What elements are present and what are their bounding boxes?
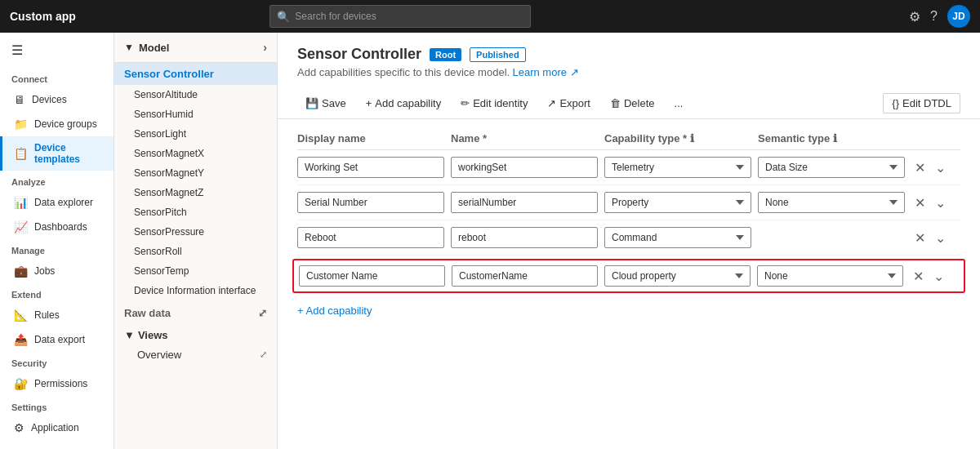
capability-type-info-icon[interactable]: ℹ (690, 132, 694, 144)
views-label: Views (138, 329, 168, 341)
search-bar[interactable]: 🔍 (270, 5, 531, 28)
sidebar: ☰ Connect 🖥 Devices 📁 Device groups 📋 De… (0, 33, 114, 449)
sidebar-item-data-explorer[interactable]: 📊 Data explorer (0, 190, 114, 215)
help-icon[interactable]: ? (930, 9, 938, 24)
add-icon: + (366, 97, 372, 109)
tree-item-sensor-magnety[interactable]: SensorMagnetY (114, 163, 277, 183)
display-name-input-1[interactable] (297, 192, 444, 213)
tree-item-sensor-altitude[interactable]: SensorAltitude (114, 85, 277, 104)
avatar[interactable]: JD (947, 5, 970, 28)
dtdl-icon: {} (892, 97, 899, 109)
tree-item-sensor-magnetz[interactable]: SensorMagnetZ (114, 183, 277, 202)
section-analyze: Analyze (0, 171, 114, 190)
display-name-input-0[interactable] (297, 157, 444, 178)
sidebar-item-device-templates[interactable]: 📋 Device templates (0, 136, 114, 171)
collapse-icon: ▼ (124, 42, 134, 53)
dashboards-icon: 📈 (14, 220, 28, 233)
tree-item-sensor-humid[interactable]: SensorHumid (114, 104, 277, 124)
tree-view-item-overview[interactable]: Overview ⤢ (114, 345, 277, 365)
capability-row-2: Telemetry Property Command Cloud propert… (297, 220, 960, 256)
tree-item-sensor-pressure[interactable]: SensorPressure (114, 222, 277, 242)
jobs-icon: 💼 (14, 265, 28, 278)
semantic-type-info-icon[interactable]: ℹ (833, 132, 837, 144)
rules-icon: 📐 (14, 309, 28, 322)
overview-expand-icon: ⤢ (260, 349, 267, 360)
device-templates-icon: 📋 (14, 147, 28, 160)
row-delete-3[interactable]: ✕ (910, 267, 927, 286)
settings-icon[interactable]: ⚙ (909, 9, 920, 24)
sidebar-label-permissions: Permissions (34, 378, 87, 389)
sidebar-item-devices[interactable]: 🖥 Devices (0, 87, 114, 112)
section-manage: Manage (0, 239, 114, 259)
display-name-input-2[interactable] (297, 227, 444, 248)
capability-row-3: Telemetry Property Command Cloud propert… (292, 259, 965, 293)
row-expand-1[interactable]: ⌄ (932, 193, 949, 212)
panel-collapse-button[interactable]: › (263, 41, 267, 54)
search-input[interactable] (295, 11, 523, 22)
row-expand-2[interactable]: ⌄ (932, 229, 949, 247)
more-button[interactable]: ... (666, 94, 692, 113)
tree-item-sensor-pitch[interactable]: SensorPitch (114, 202, 277, 222)
devices-icon: 🖥 (14, 93, 25, 106)
save-icon: 💾 (305, 97, 318, 109)
row-delete-1[interactable]: ✕ (911, 193, 929, 212)
name-input-3[interactable] (452, 265, 598, 287)
sidebar-item-dashboards[interactable]: 📈 Dashboards (0, 215, 114, 239)
table-header-row: Display name Name * Capability type * ℹ … (297, 132, 960, 150)
name-input-0[interactable] (451, 157, 598, 178)
tree-section-raw-data: Raw data ⤢ (114, 300, 277, 322)
delete-button[interactable]: 🗑 Delete (602, 94, 663, 113)
tree-item-sensor-controller[interactable]: Sensor Controller (114, 63, 277, 85)
application-icon: ⚙ (14, 421, 24, 434)
sidebar-item-data-export[interactable]: 📤 Data export (0, 327, 114, 352)
tree-item-device-info[interactable]: Device Information interface (114, 281, 277, 300)
sidebar-label-application: Application (31, 422, 79, 433)
semantic-type-select-3[interactable]: None Data Size Temperature Humidity (757, 265, 903, 287)
edit-identity-button[interactable]: ✏ Edit identity (452, 94, 536, 113)
sidebar-item-rules[interactable]: 📐 Rules (0, 303, 114, 327)
header-semantic-type: Semantic type ℹ (758, 132, 905, 144)
row-delete-2[interactable]: ✕ (911, 229, 929, 247)
capability-type-select-0[interactable]: Telemetry Property Command Cloud propert… (604, 157, 751, 178)
name-input-2[interactable] (451, 227, 598, 248)
name-input-1[interactable] (451, 192, 598, 213)
device-groups-icon: 📁 (14, 118, 28, 131)
row-expand-0[interactable]: ⌄ (932, 158, 949, 177)
learn-more-link[interactable]: Learn more ↗ (512, 66, 578, 78)
semantic-type-select-1[interactable]: None Data Size Temperature Humidity (758, 192, 905, 213)
page-title: Sensor Controller (297, 46, 421, 63)
tree-item-sensor-temp[interactable]: SensorTemp (114, 261, 277, 281)
sidebar-label-devices: Devices (32, 94, 67, 105)
capability-type-select-2[interactable]: Telemetry Property Command Cloud propert… (604, 227, 751, 248)
tree-item-sensor-roll[interactable]: SensorRoll (114, 242, 277, 261)
app-body: ☰ Connect 🖥 Devices 📁 Device groups 📋 De… (0, 33, 980, 449)
row-actions-3: ✕ ⌄ (910, 267, 959, 286)
tree-views[interactable]: ▼ Views (114, 322, 277, 345)
sidebar-item-permissions[interactable]: 🔐 Permissions (0, 371, 114, 396)
display-name-input-3[interactable] (299, 265, 445, 287)
tree-item-sensor-light[interactable]: SensorLight (114, 124, 277, 144)
middle-panel: ▼ Model › Sensor Controller SensorAltitu… (114, 33, 278, 449)
raw-data-expand-icon[interactable]: ⤢ (258, 307, 267, 319)
add-capability-label: + Add capability (297, 305, 372, 317)
edit-dtdl-button[interactable]: {} Edit DTDL (883, 93, 960, 113)
edit-icon: ✏ (461, 97, 470, 109)
hamburger-menu[interactable]: ☰ (0, 33, 114, 68)
capability-type-select-1[interactable]: Telemetry Property Command Cloud propert… (604, 192, 751, 213)
sidebar-item-device-groups[interactable]: 📁 Device groups (0, 112, 114, 136)
sidebar-label-device-templates: Device templates (34, 142, 102, 165)
add-capability-link[interactable]: + Add capability (297, 296, 960, 317)
capability-type-select-3[interactable]: Telemetry Property Command Cloud propert… (604, 265, 751, 287)
add-capability-button[interactable]: + Add capability (358, 94, 450, 113)
tree-item-sensor-magnetx[interactable]: SensorMagnetX (114, 144, 277, 163)
save-button[interactable]: 💾 Save (297, 94, 354, 113)
capability-row-1: Telemetry Property Command Cloud propert… (297, 185, 960, 220)
row-expand-3[interactable]: ⌄ (930, 267, 947, 286)
export-button[interactable]: ↗ Export (539, 94, 599, 113)
row-delete-0[interactable]: ✕ (911, 158, 929, 177)
data-explorer-icon: 📊 (14, 196, 28, 209)
sidebar-item-jobs[interactable]: 💼 Jobs (0, 259, 114, 283)
sidebar-item-application[interactable]: ⚙ Application (0, 416, 114, 440)
main-content: Sensor Controller Root Published Add cap… (278, 33, 980, 449)
semantic-type-select-0[interactable]: None Data Size Temperature Humidity (758, 157, 905, 178)
